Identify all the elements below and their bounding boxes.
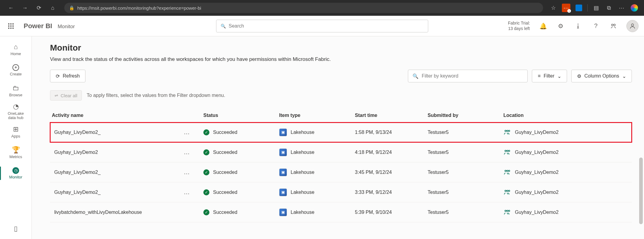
rail-metrics-label: Metrics (9, 155, 22, 159)
col-location[interactable]: Location (503, 113, 630, 118)
app-launcher-icon[interactable] (5, 21, 16, 32)
column-options-label: Column Options (584, 73, 619, 79)
col-activity[interactable]: Activity name (52, 113, 203, 118)
search-input[interactable] (229, 23, 424, 29)
filter-icon: ≡ (538, 73, 540, 79)
col-status[interactable]: Status (203, 113, 279, 118)
row-more-icon[interactable]: … (184, 169, 190, 176)
svg-point-3 (505, 130, 506, 131)
home-icon: ⌂ (14, 43, 18, 51)
rail-browse[interactable]: 🗀 Browse (0, 81, 32, 101)
activity-name: Guyhay_LivyDemo2_ (54, 190, 101, 195)
start-time-text: 3:45 PM, 9/12/24 (355, 170, 392, 175)
chevron-down-icon: ⌄ (557, 73, 561, 79)
filter-button[interactable]: ≡ Filter ⌄ (532, 70, 567, 82)
refresh-button[interactable]: ⟳ Refresh (50, 70, 85, 82)
filter-label: Filter (544, 73, 555, 79)
item-type-text: Lakehouse (291, 190, 314, 195)
activity-name: Guyhay_LivyDemo2_ (54, 130, 101, 135)
tabs-icon[interactable]: ⧉ (605, 4, 613, 12)
back-button[interactable]: ← (5, 2, 16, 13)
home-button[interactable]: ⌂ (47, 2, 58, 13)
filter-hint-row: ⇌ Clear all To apply filters, select the… (50, 90, 632, 101)
table-row[interactable]: Guyhay_LivyDemo2_ … ✓ Succeeded ▣ Lakeho… (50, 122, 632, 142)
location-text: Guyhay_LivyDemo2 (515, 210, 559, 215)
table-row[interactable]: livybatchdemo_withLivyDemoLakehouse ✓ Su… (50, 202, 632, 222)
submitted-by-text: Testuser5 (428, 190, 449, 195)
workspace-icon (503, 169, 511, 176)
rail-workspaces[interactable]: ▯ (0, 218, 32, 239)
reload-button[interactable]: ⟳ (33, 2, 44, 13)
svg-point-12 (505, 190, 506, 191)
svg-point-9 (505, 170, 506, 171)
scrollbar[interactable] (639, 158, 643, 224)
help-icon[interactable]: ? (591, 22, 600, 31)
address-bar[interactable]: 🔒 https://msit.powerbi.com/monitoringhub… (64, 3, 543, 13)
rail-metrics[interactable]: 🏆 Metrics (0, 142, 32, 163)
rail-home[interactable]: ⌂ Home (0, 39, 32, 60)
filter-keyword-input[interactable] (422, 73, 523, 79)
location-text: Guyhay_LivyDemo2 (515, 170, 559, 175)
monitor-icon: ◷ (12, 167, 19, 174)
svg-point-4 (509, 130, 510, 131)
brand-name[interactable]: Power BI (24, 22, 52, 30)
breadcrumb: Power BI Monitor (24, 22, 75, 30)
workspace-icon (503, 189, 511, 196)
status-text: Succeeded (213, 210, 237, 215)
col-submittedby[interactable]: Submitted by (428, 113, 503, 118)
avatar[interactable] (626, 20, 639, 32)
row-more-icon[interactable]: … (184, 149, 190, 156)
workspace-icon (503, 209, 511, 216)
col-itemtype[interactable]: Item type (279, 113, 355, 118)
start-time-text: 4:18 PM, 9/12/24 (355, 150, 392, 155)
forward-button[interactable]: → (19, 2, 30, 13)
feedback-icon[interactable] (609, 22, 618, 31)
rail-monitor[interactable]: ◷ Monitor (0, 163, 32, 184)
location-text: Guyhay_LivyDemo2 (515, 150, 559, 155)
lakehouse-icon: ▣ (279, 148, 287, 156)
clear-all-label: Clear all (61, 93, 77, 98)
clear-all-button: ⇌ Clear all (50, 90, 82, 101)
global-search[interactable]: 🔍 (216, 20, 428, 32)
trial-line1: Fabric Trial: (508, 21, 530, 26)
trial-status[interactable]: Fabric Trial: 13 days left (508, 21, 530, 31)
collections-icon[interactable]: ▤ (592, 4, 600, 12)
svg-point-13 (509, 190, 510, 191)
svg-point-2 (631, 24, 633, 26)
filter-hint: To apply filters, select the values from… (87, 93, 225, 98)
download-icon[interactable]: ⭳ (574, 22, 583, 31)
start-time-text: 1:58 PM, 9/13/24 (355, 130, 392, 135)
svg-point-7 (509, 150, 510, 151)
copilot-icon[interactable] (630, 4, 639, 12)
favorite-icon[interactable]: ☆ (549, 4, 558, 12)
filter-keyword[interactable]: 🔍 (408, 70, 528, 82)
submitted-by-text: Testuser5 (428, 130, 449, 135)
url-text: https://msit.powerbi.com/monitoringhub?e… (77, 5, 201, 11)
activity-name: Guyhay_LivyDemo2 (54, 150, 98, 155)
row-more-icon[interactable]: … (184, 129, 190, 136)
gear-icon: ⚙ (577, 73, 581, 79)
col-starttime[interactable]: Start time (355, 113, 428, 118)
breadcrumb-page[interactable]: Monitor (58, 24, 75, 30)
table-row[interactable]: Guyhay_LivyDemo2 … ✓ Succeeded ▣ Lakehou… (50, 142, 632, 162)
extension-blue-icon[interactable] (575, 4, 583, 12)
lakehouse-icon: ▣ (279, 168, 287, 176)
activities-table: Activity name Status Item type Start tim… (50, 108, 632, 222)
row-more-icon[interactable]: … (184, 189, 190, 196)
column-options-button[interactable]: ⚙ Column Options ⌄ (571, 70, 632, 82)
notifications-icon[interactable]: 🔔 (539, 22, 548, 31)
overflow-icon[interactable]: ⋯ (617, 4, 626, 12)
rail-create[interactable]: + Create (0, 60, 32, 81)
workspace-icon (503, 149, 511, 156)
settings-icon[interactable]: ⚙ (556, 22, 565, 31)
submitted-by-text: Testuser5 (428, 170, 449, 175)
rail-onelake[interactable]: ◔ OneLakedata hub (0, 101, 32, 122)
table-row[interactable]: Guyhay_LivyDemo2_ … ✓ Succeeded ▣ Lakeho… (50, 182, 632, 202)
extension-red-icon[interactable]: ⋯1 (562, 4, 570, 12)
lakehouse-icon: ▣ (279, 208, 287, 216)
book-icon: ▯ (14, 225, 18, 232)
table-row[interactable]: Guyhay_LivyDemo2_ … ✓ Succeeded ▣ Lakeho… (50, 162, 632, 182)
rail-apps[interactable]: ⊞ Apps (0, 122, 32, 142)
onelake-icon: ◔ (13, 103, 19, 110)
refresh-icon: ⟳ (56, 73, 60, 79)
